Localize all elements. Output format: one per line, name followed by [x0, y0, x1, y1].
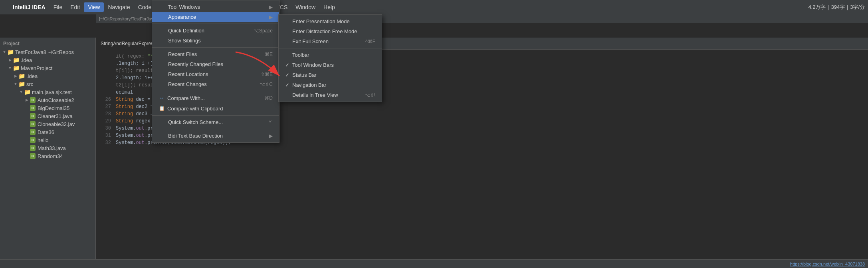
class-icon: C	[30, 121, 36, 127]
word-count: 4.2万字｜394字｜3字/分	[808, 4, 865, 11]
class-icon: C	[30, 145, 36, 151]
menu-item-label: Recent Files	[168, 51, 197, 57]
status-url[interactable]: https://blog.csdn.net/weixin_43071838	[790, 262, 865, 266]
shortcut-label: ⌥Space	[246, 28, 273, 34]
menu-item-recent-changes[interactable]: Recent Changes ⌥⇧C	[152, 79, 279, 89]
menu-item-exit-full-screen[interactable]: Exit Full Screen ^⌘F	[279, 36, 382, 46]
class-icon: C	[30, 129, 36, 135]
shortcut-label: ⌘D	[256, 95, 273, 101]
item-label: Date36	[38, 129, 54, 135]
sidebar-item-main-java-sjx[interactable]: ▼ 📁 main.java.sjx.test	[0, 88, 95, 96]
menu-item-navigation-bar[interactable]: ✓ Navigation Bar	[279, 80, 382, 90]
separator-5	[152, 129, 279, 129]
menu-item-label: Details in Tree View	[292, 92, 338, 98]
compare-with-icon: ↔	[159, 95, 165, 101]
sidebar-item-cleaner[interactable]: ▶ C Cleaner31.java	[0, 112, 95, 120]
menu-item-label: Status Bar	[292, 72, 317, 78]
menu-item-label: Toolbar	[292, 52, 309, 58]
item-label: hello	[38, 137, 48, 143]
menu-item-tool-window-bars[interactable]: ✓ Tool Window Bars	[279, 60, 382, 70]
sidebar-item-bigdecimal[interactable]: ▶ C BigDecimal35	[0, 104, 95, 112]
submenu-arrow: ▶	[269, 133, 273, 139]
menu-item-compare-with[interactable]: ↔ Compare With... ⌘D	[152, 93, 279, 103]
menu-navigate[interactable]: Navigate	[104, 2, 134, 12]
submenu-arrow: ▶	[269, 4, 273, 10]
sidebar-header: Project	[0, 39, 95, 48]
menu-item-appearance[interactable]: Appearance ▶	[152, 12, 279, 22]
menu-item-bidi[interactable]: Bidi Text Base Direction ▶	[152, 131, 279, 141]
class-icon: C	[30, 113, 36, 119]
item-label: MavenProject	[21, 65, 52, 71]
item-label: Random34	[38, 153, 63, 159]
class-icon: C	[30, 105, 36, 111]
class-icon: C	[30, 137, 36, 143]
menu-item-recently-changed[interactable]: Recently Changed Files	[152, 59, 279, 69]
class-icon: C	[30, 97, 36, 103]
menu-item-details-tree[interactable]: Details in Tree View ⌥⇧\	[279, 90, 382, 100]
menu-edit[interactable]: Edit	[66, 2, 84, 12]
menu-item-distraction-free[interactable]: Enter Distraction Free Mode	[279, 26, 382, 36]
menu-item-recent-files[interactable]: Recent Files ⌘E	[152, 49, 279, 59]
sidebar-item-cloneable[interactable]: ▶ C Cloneable32.jav	[0, 120, 95, 128]
menu-item-quick-switch[interactable]: Quick Switch Scheme... ^`	[152, 117, 279, 127]
menu-bar: IntelliJ IDEA File Edit View Navigate Co…	[0, 0, 868, 14]
menu-item-show-siblings[interactable]: Show Siblings	[152, 36, 279, 46]
project-sidebar: Project ▼ 📁 TestForJava8 ~/GitRepos ▶ 📁 …	[0, 38, 96, 268]
folder-icon: 📁	[24, 89, 30, 95]
menu-item-label: Recently Changed Files	[168, 61, 223, 67]
menu-item-compare-clipboard[interactable]: 📋 Compare with Clipboard	[152, 103, 279, 114]
sidebar-item-mavenproject[interactable]: ▼ 📁 MavenProject	[0, 64, 95, 72]
menu-item-quick-def[interactable]: Quick Definition ⌥Space	[152, 26, 279, 36]
check-mark: ✓	[285, 82, 291, 88]
shortcut-label: ⌥⇧C	[252, 82, 273, 87]
sidebar-item-random[interactable]: ▶ C Random34	[0, 152, 95, 160]
folder-icon: 📁	[18, 73, 25, 79]
menu-item-label: Enter Presentation Mode	[292, 18, 350, 24]
menu-item-status-bar[interactable]: ✓ Status Bar	[279, 70, 382, 80]
sidebar-item-src[interactable]: ▼ 📁 src	[0, 80, 95, 88]
menu-item-label: Recent Changes	[168, 81, 207, 87]
menu-view[interactable]: View	[84, 2, 104, 12]
item-label: AutoCloseable2	[38, 97, 74, 103]
separator-1	[279, 48, 382, 48]
app-name[interactable]: IntelliJ IDEA	[9, 2, 50, 12]
sidebar-item-idea1[interactable]: ▶ 📁 .idea	[0, 56, 95, 64]
sidebar-item-math[interactable]: ▶ C Math33.java	[0, 144, 95, 152]
expand-arrow: ▼	[18, 89, 24, 95]
shortcut-label: ^⌘F	[357, 39, 375, 44]
shortcut-label: ⌘E	[257, 52, 273, 57]
menu-item-toolbar[interactable]: Toolbar	[279, 50, 382, 60]
menu-item-label: Tool Window Bars	[292, 62, 334, 68]
check-mark: ✓	[285, 62, 291, 68]
item-label: .idea	[21, 57, 32, 63]
folder-icon: 📁	[7, 49, 14, 55]
menu-window[interactable]: Window	[291, 2, 319, 12]
menu-help[interactable]: Help	[319, 2, 339, 12]
submenu-arrow: ▶	[269, 14, 273, 20]
menu-item-recent-locations[interactable]: Recent Locations ⇧⌘E	[152, 69, 279, 79]
sidebar-item-autocloseable[interactable]: ▶ C AutoCloseable2	[0, 96, 95, 104]
sidebar-item-date[interactable]: ▶ C Date36	[0, 128, 95, 136]
separator-4	[152, 115, 279, 116]
sidebar-item-idea2[interactable]: ▶ 📁 .idea	[0, 72, 95, 80]
menu-file[interactable]: File	[50, 2, 67, 12]
item-label: BigDecimal35	[38, 105, 69, 111]
menu-item-tool-windows[interactable]: Tool Windows ▶	[152, 2, 279, 12]
expand-arrow: ▼	[7, 65, 13, 71]
status-bar: https://blog.csdn.net/weixin_43071838	[0, 259, 868, 268]
menu-item-label: Enter Distraction Free Mode	[292, 28, 357, 34]
check-mark: ✓	[285, 72, 291, 78]
menu-item-presentation-mode[interactable]: Enter Presentation Mode	[279, 16, 382, 26]
expand-arrow: ▼	[2, 49, 7, 55]
item-label: Math33.java	[38, 145, 66, 151]
item-label: Cloneable32.jav	[38, 121, 75, 127]
folder-icon: 📁	[13, 57, 19, 63]
item-label: TestForJava8 ~/GitRepos	[15, 49, 74, 55]
menu-item-label: Compare With...	[167, 95, 205, 101]
separator-3	[152, 91, 279, 91]
shortcut-label: ^`	[261, 120, 273, 125]
class-icon: C	[30, 153, 36, 159]
expand-arrow: ▼	[13, 81, 18, 87]
sidebar-item-hello[interactable]: ▶ C hello	[0, 136, 95, 144]
sidebar-item-testforjava8[interactable]: ▼ 📁 TestForJava8 ~/GitRepos	[0, 48, 95, 56]
